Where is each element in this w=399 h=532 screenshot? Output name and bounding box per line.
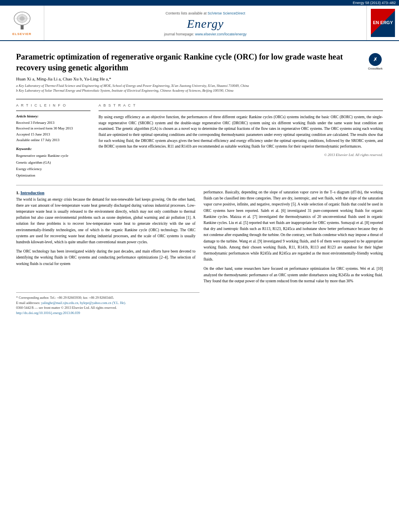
accepted-text: Accepted 15 June 2013	[16, 132, 50, 136]
elsevier-wordmark: ELSEVIER	[12, 32, 32, 36]
journal-citation: Energy 58 (2013) 473–482	[353, 1, 396, 5]
sciverse-link-text[interactable]: SciVerse ScienceDirect	[208, 11, 245, 15]
article-info-col: A R T I C L E I N F O Article history: R…	[16, 103, 90, 179]
journal-homepage: journal homepage: www.elsevier.com/locat…	[164, 32, 247, 36]
doi-link[interactable]: http://dx.doi.org/10.1016/j.energy.2013.…	[16, 311, 80, 315]
revised-text: Received in revised form 30 May 2013	[16, 126, 73, 130]
journal-logo-right: EN ERGY	[367, 6, 399, 40]
keywords-title: Keywords:	[16, 147, 90, 151]
homepage-label: journal homepage:	[164, 32, 194, 36]
info-abstract-block: A R T I C L E I N F O Article history: R…	[16, 103, 383, 179]
body-content: 1. Introduction The world is facing an e…	[16, 189, 383, 288]
keyword-4: Optimization	[16, 172, 90, 179]
article-title-block: Parametric optimization of regenerative …	[16, 51, 383, 73]
article-info-label: A R T I C L E I N F O	[16, 103, 90, 107]
body-right-col: performance. Basically, depending on the…	[204, 189, 383, 288]
section1-heading: 1. Introduction	[16, 189, 195, 197]
body-divider	[16, 185, 383, 185]
intro-paragraph-2: The ORC technology has been investigated…	[16, 249, 195, 267]
affiliations: a Key Laboratory of Thermo-Fluid Science…	[16, 84, 383, 93]
revised-date: Received in revised form 30 May 2013	[16, 125, 90, 131]
keyword-1: Regenerative organic Rankine cycle	[16, 152, 90, 159]
star-footnote: * Corresponding author. Tel.: +86 29 826…	[16, 295, 383, 300]
crossmark-badge[interactable]: ✗ CrossMark	[368, 53, 383, 70]
copyright-line: © 2013 Elsevier Ltd. All rights reserved…	[99, 153, 383, 157]
sciverse-link[interactable]: Contents lists available at SciVerse Sci…	[165, 11, 245, 15]
info-divider	[16, 111, 90, 111]
homepage-url[interactable]: www.elsevier.com/locate/energy	[195, 32, 247, 36]
abstract-text: By using exergy efficiency as an objecti…	[99, 114, 383, 150]
received-date: Received 3 February 2013	[16, 120, 90, 125]
received-text: Received 3 February 2013	[16, 121, 54, 125]
crossmark-icon: ✗	[369, 53, 382, 66]
history-title: Article history:	[16, 114, 90, 118]
footnotes-block: * Corresponding author. Tel.: +86 29 826…	[16, 295, 383, 316]
section1-number: 1.	[16, 190, 19, 195]
crossmark-label: CrossMark	[368, 67, 383, 70]
accepted-date: Accepted 15 June 2013	[16, 131, 90, 137]
intro-right-paragraph-2: On the other hand, some researchers have…	[204, 266, 383, 284]
journal-citation-bar: Energy 58 (2013) 473–482	[0, 0, 399, 6]
abstract-divider	[99, 111, 383, 111]
footnote-divider	[16, 292, 200, 293]
email-label: E-mail addresses:	[16, 301, 40, 305]
journal-name: Energy	[187, 17, 224, 31]
elsevier-logo: ELSEVIER	[0, 6, 44, 40]
article-title: Parametric optimization of regenerative …	[16, 51, 368, 73]
affiliation-a: a Key Laboratory of Thermo-Fluid Science…	[16, 84, 383, 88]
abstract-label: A B S T R A C T	[99, 103, 383, 107]
journal-header: ELSEVIER Contents lists available at Sci…	[0, 6, 399, 41]
available-date: Available online 17 July 2013	[16, 137, 90, 143]
email-addresses[interactable]: yalinghe@mail.xjtu.edu.cn, hylepe@yahoo.…	[41, 301, 126, 305]
intro-paragraph-1: The world is facing an energy crisis bec…	[16, 197, 195, 246]
title-divider	[16, 99, 383, 99]
section1-title: Introduction	[21, 190, 45, 195]
author-names: Huan Xi a, Ming-Jia Li a, Chao Xu b, Ya-…	[16, 76, 111, 81]
main-content: Parametric optimization of regenerative …	[0, 41, 399, 316]
svg-rect-0	[21, 25, 23, 29]
energy-journal-logo: EN ERGY	[371, 9, 395, 37]
available-text: Available online 17 July 2013	[16, 138, 60, 142]
journal-title-block: Contents lists available at SciVerse Sci…	[44, 6, 367, 40]
doi-line[interactable]: http://dx.doi.org/10.1016/j.energy.2013.…	[16, 310, 383, 316]
abstract-col: A B S T R A C T By using exergy efficien…	[99, 103, 383, 179]
author-list: Huan Xi a, Ming-Jia Li a, Chao Xu b, Ya-…	[16, 76, 383, 81]
intro-right-paragraph-1: performance. Basically, depending on the…	[204, 189, 383, 263]
email-footnote: E-mail addresses: yalinghe@mail.xjtu.edu…	[16, 300, 383, 306]
keyword-3: Exergy efficiency	[16, 166, 90, 172]
keyword-2: Genetic algorithm (GA)	[16, 159, 90, 166]
energy-logo-text: EN ERGY	[373, 20, 393, 25]
body-left-col: 1. Introduction The world is facing an e…	[16, 189, 195, 288]
contents-list-text: Contents lists available at	[165, 11, 206, 15]
affiliation-b: b Key Laboratory of Solar Thermal Energy…	[16, 88, 383, 93]
elsevier-tree-icon	[6, 10, 38, 31]
issn-line: 0360-5442/$ — see front matter © 2013 El…	[16, 305, 383, 310]
